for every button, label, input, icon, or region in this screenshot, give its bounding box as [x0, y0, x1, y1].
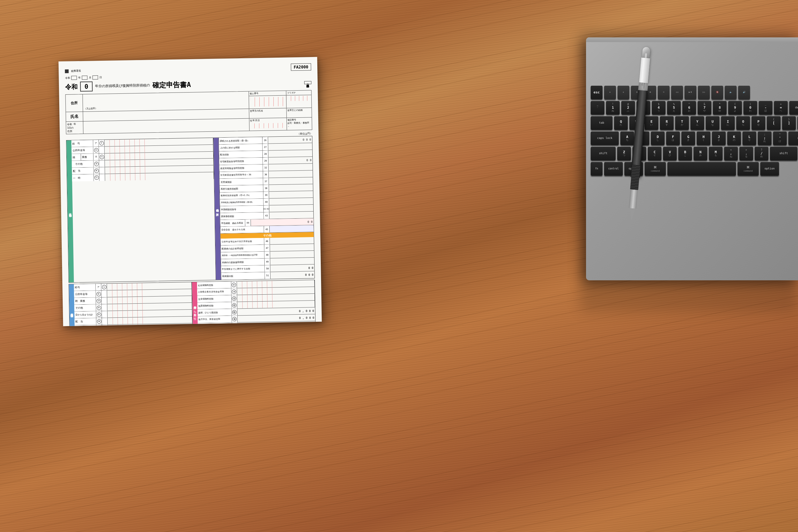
dc62 — [112, 318, 117, 324]
key-delete[interactable]: delete — [789, 101, 798, 115]
b8 — [140, 153, 145, 159]
key-h[interactable]: Hく — [697, 131, 710, 145]
idc104 — [252, 288, 257, 294]
key-return[interactable]: return — [788, 131, 798, 145]
key-6[interactable]: ^6お — [682, 101, 696, 115]
birth-date-field — [250, 123, 286, 129]
key-comma[interactable]: <,ね — [724, 147, 738, 160]
biz-num: 区 — [93, 154, 99, 160]
idc98 — [272, 281, 277, 287]
dc38 — [142, 297, 147, 303]
idr-9-num: ⑨ — [231, 281, 237, 288]
tax-37-num: 37 — [263, 178, 269, 185]
other-header-text: その他 — [263, 233, 271, 238]
key-f6[interactable]: ◁◁ — [671, 86, 683, 99]
o6 — [130, 160, 135, 166]
key-f1[interactable]: ☀ — [604, 86, 616, 99]
idr-11-circle: ⑪ — [232, 296, 236, 301]
key-d[interactable]: Dし — [651, 131, 665, 145]
tax-32-label: 政党等寄附金等特別控除 — [219, 165, 263, 172]
key-z[interactable]: Zつ — [617, 147, 631, 160]
tax-27-num: 27 — [262, 144, 268, 150]
key-quote[interactable]: "'け — [773, 131, 787, 145]
key-j[interactable]: Jま — [712, 131, 726, 145]
key-0[interactable]: )0わ — [743, 101, 757, 115]
address-field — [84, 93, 248, 102]
key-y[interactable]: Yん — [690, 116, 704, 130]
idr-14-cells: 0 , 0 0 0 — [237, 314, 315, 322]
key-lbracket[interactable]: {[゛ — [767, 116, 781, 130]
key-space[interactable] — [667, 162, 736, 176]
key-k[interactable]: Kの — [727, 131, 741, 145]
key-v[interactable]: Vひ — [663, 147, 677, 160]
idc94 — [252, 281, 257, 287]
key-u[interactable]: Uな — [706, 116, 720, 130]
form-code-area: FA2000 — [291, 63, 311, 71]
title-subtitle: 年分の所得税及び復興特別所得税の — [95, 83, 150, 89]
ded-sum-label: ②から④までの計 — [74, 311, 96, 318]
key-g[interactable]: Gき — [682, 131, 695, 145]
household-name-label: 世帯主の氏名 — [249, 108, 287, 118]
key-9[interactable]: (9よ — [728, 101, 742, 115]
key-f2[interactable]: ☀ — [617, 86, 629, 99]
key-p[interactable]: Pせ — [751, 116, 765, 130]
key-command-right[interactable]: ⌘ command — [738, 162, 759, 176]
key-f8[interactable]: ▷▷ — [698, 86, 710, 99]
tax-41-cells — [269, 205, 313, 212]
d8 — [140, 167, 145, 173]
key-8[interactable]: *8ゆ — [713, 101, 727, 115]
key-equal[interactable]: +=へ — [774, 101, 788, 115]
key-command-left[interactable]: ⌘ command — [645, 162, 666, 176]
key-shift-left[interactable]: shift — [591, 147, 616, 160]
key-shift-right[interactable]: shift — [770, 147, 797, 160]
key-t[interactable]: Tか — [675, 116, 689, 130]
addr-small: 住所 — [67, 129, 82, 133]
key-5[interactable]: %5え — [667, 101, 681, 115]
key-q[interactable]: Qた — [614, 116, 628, 130]
key-i[interactable]: Iに — [721, 116, 735, 130]
tax-29-num: 29 — [263, 158, 268, 164]
key-slash[interactable]: ?/め — [755, 147, 768, 160]
key-f7[interactable]: ▶⏸ — [685, 86, 696, 99]
key-e[interactable]: Eい — [645, 116, 658, 130]
key-7[interactable]: &7や — [697, 101, 711, 115]
key-control[interactable]: control — [604, 162, 623, 176]
key-o[interactable]: Oら — [736, 116, 750, 130]
key-1[interactable]: !1ぬ — [606, 101, 620, 115]
key-semicolon[interactable]: :;れ — [758, 131, 772, 145]
key-f11[interactable]: 🔊 — [738, 86, 750, 99]
key-b[interactable]: Bこ — [678, 147, 692, 160]
key-minus[interactable]: _-ほ — [759, 101, 773, 115]
keyboard[interactable]: esc ☀ ☀ ⊟ ⊞ ⌨ ◁◁ — [591, 86, 793, 177]
key-option-right[interactable]: option — [760, 162, 779, 176]
reiwa-title: 令和 — [65, 82, 78, 91]
key-f10[interactable]: 🔈 — [725, 86, 737, 99]
key-f9[interactable]: 🔇 — [711, 86, 723, 99]
tax-46-label: 公的年金等以外の合計所得金額 — [221, 238, 264, 245]
key-tab[interactable]: tab — [591, 116, 613, 130]
furigana-label-cell: フリガナ — [286, 90, 311, 95]
key-tilde[interactable]: ~` — [591, 101, 604, 115]
income-deduct-text: 所得から差し引 — [193, 304, 197, 315]
key-period[interactable]: >.る — [739, 147, 753, 160]
d1 — [105, 167, 110, 173]
key-r[interactable]: Rす — [660, 116, 674, 130]
key-caps[interactable]: caps lock — [591, 131, 619, 145]
key-l[interactable]: Lり — [743, 131, 756, 145]
key-f5[interactable]: ⌨ — [658, 86, 670, 99]
pension-circle: ① — [94, 148, 98, 152]
key-f[interactable]: Fは — [666, 131, 680, 145]
idr-12-label: 地震保険料控除 — [197, 302, 232, 309]
idc118 — [272, 294, 277, 301]
key-n[interactable]: Nみ — [693, 147, 707, 160]
tax-44-num: 44 — [245, 220, 251, 226]
salary-num: ア — [93, 140, 99, 146]
key-fn[interactable]: fn — [591, 162, 602, 176]
key-esc[interactable]: esc — [591, 86, 602, 99]
key-2[interactable]: @2ふ — [621, 101, 635, 115]
key-rbracket[interactable]: }]゜ — [782, 116, 796, 130]
key-m[interactable]: Mも — [709, 147, 723, 160]
idr-10-circle: ⑩ — [232, 289, 236, 294]
key-c[interactable]: Cそ — [648, 147, 661, 160]
key-4[interactable]: $4う — [652, 101, 666, 115]
